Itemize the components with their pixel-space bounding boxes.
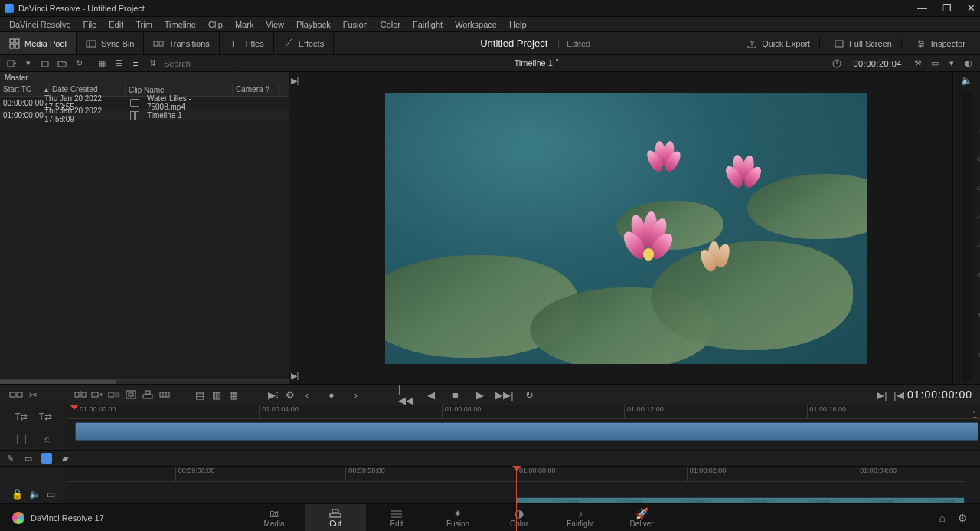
main-playhead[interactable] (516, 467, 518, 531)
prev-icon[interactable]: ‹ (299, 386, 315, 403)
panel-tab-titles[interactable]: T Titles (220, 32, 274, 54)
timeline-selector[interactable]: Timeline 1 ˅ (248, 58, 825, 68)
timeline-link-icon[interactable]: ⎌ (44, 434, 50, 444)
smooth-cut-icon[interactable]: ▦ (225, 386, 242, 403)
menu-workspace[interactable]: Workspace (449, 18, 503, 31)
sort-icon[interactable]: ⇅ (147, 58, 158, 69)
menu-trim[interactable]: Trim (129, 18, 158, 31)
overview-playhead[interactable] (74, 405, 75, 450)
panel-tab-transitions[interactable]: Transitions (144, 32, 219, 54)
loop-icon[interactable]: ↻ (521, 386, 537, 403)
boring-detector-icon[interactable] (8, 386, 24, 403)
menu-playback[interactable]: Playback (290, 18, 337, 31)
window-close-button[interactable]: ✕ (967, 2, 975, 14)
source-timecode[interactable]: 00:00:20:04 (848, 59, 906, 68)
smart-insert-icon[interactable] (72, 386, 89, 403)
overview-ruler[interactable]: 01:00:00:00 01:00:04:00 01:00:08:00 01:0… (67, 405, 980, 419)
bin-icon[interactable] (40, 58, 51, 69)
track-audio-icon[interactable]: 🔈 (29, 489, 41, 500)
flag-icon[interactable]: ▰ (60, 453, 70, 464)
page-tab-fairlight[interactable]: ♪ Fairlight (550, 504, 611, 531)
menu-help[interactable]: Help (503, 18, 533, 31)
menubar[interactable]: DaVinci Resolve File Edit Trim Timeline … (0, 17, 980, 32)
marker-icon[interactable]: ▭ (23, 453, 34, 464)
stop-icon[interactable]: ■ (447, 386, 464, 403)
go-start-icon[interactable]: |◀◀ (398, 386, 415, 403)
window-minimize-button[interactable]: — (917, 2, 927, 14)
cut-icon[interactable]: ▥ (208, 386, 225, 403)
menu-davinci[interactable]: DaVinci Resolve (3, 18, 77, 31)
timeline-lock-b-icon[interactable]: T⇄ (39, 411, 52, 422)
jump-next-edit-icon[interactable]: ▶| (289, 75, 300, 86)
overview-clip[interactable] (75, 422, 978, 441)
track-video-icon[interactable]: ▭ (47, 489, 55, 500)
window-maximize-button[interactable]: ❐ (942, 2, 952, 14)
source-overwrite-icon[interactable] (156, 386, 173, 403)
marker-dot-icon[interactable]: ● (323, 386, 340, 403)
place-on-top-icon[interactable] (139, 386, 156, 403)
home-icon[interactable]: ⌂ (939, 512, 946, 524)
menu-file[interactable]: File (77, 18, 103, 31)
search-input[interactable] (164, 59, 225, 68)
col-header-camera[interactable]: Camera # (233, 84, 279, 96)
dissolve-icon[interactable]: ▤ (191, 386, 208, 403)
quick-export-button[interactable]: Quick Export (737, 38, 820, 49)
menu-fusion[interactable]: Fusion (337, 18, 374, 31)
page-tab-cut[interactable]: Cut (305, 504, 366, 531)
sliders-icon[interactable]: ⚙ (282, 386, 299, 403)
close-up-icon[interactable] (122, 386, 139, 403)
panel-tab-effects[interactable]: Effects (274, 32, 334, 54)
page-tab-media[interactable]: 🖭 Media (243, 504, 305, 531)
tc-icon[interactable] (831, 58, 842, 69)
filter-icon[interactable]: ⋮ (231, 58, 242, 69)
tools-icon[interactable]: ⚒ (913, 58, 923, 69)
menu-view[interactable]: View (260, 18, 290, 31)
folder-icon[interactable] (57, 58, 67, 69)
chevron-down-icon[interactable]: ▾ (946, 58, 957, 69)
safe-area-icon[interactable]: ▭ (929, 58, 940, 69)
view-strip-icon[interactable]: ☰ (113, 58, 124, 69)
horizontal-scrollbar[interactable] (0, 379, 289, 384)
track-lock-icon[interactable]: 🔓 (11, 489, 23, 500)
append-icon[interactable] (89, 386, 106, 403)
menu-mark[interactable]: Mark (229, 18, 260, 31)
viewer-canvas[interactable] (385, 93, 867, 364)
viewer-timecode[interactable]: 01:00:00:00 (907, 388, 972, 401)
timeline-snap-icon[interactable]: ⎸⎸ (17, 434, 34, 444)
page-tab-color[interactable]: ◑ Color (488, 504, 550, 531)
page-tab-deliver[interactable]: 🚀 Deliver (611, 504, 672, 531)
ripple-overwrite-icon[interactable] (106, 386, 122, 403)
import-media-icon[interactable] (6, 58, 17, 69)
project-settings-icon[interactable]: ⚙ (958, 512, 968, 524)
split-clip-icon[interactable]: ✂ (24, 386, 41, 403)
page-tab-fusion[interactable]: ✦ Fusion (427, 504, 488, 531)
play-icon[interactable]: ▶ (472, 386, 488, 403)
panel-tab-syncbin[interactable]: Sync Bin (77, 32, 144, 54)
sync-icon[interactable]: ↻ (74, 58, 84, 69)
chevron-down-icon[interactable]: ▾ (23, 58, 34, 69)
menu-clip[interactable]: Clip (202, 18, 229, 31)
jump-end-icon[interactable]: ▶| (289, 370, 300, 381)
next-clip-icon[interactable]: ▶| (874, 386, 890, 403)
col-header-start-tc[interactable]: Start TC (0, 84, 41, 96)
panel-tab-mediapool[interactable]: Media Pool (0, 32, 77, 54)
bin-breadcrumb[interactable]: Master (0, 72, 289, 84)
menu-color[interactable]: Color (374, 18, 407, 31)
bypass-icon[interactable]: ◐ (963, 58, 974, 69)
audio-trim-icon[interactable]: ✎ (5, 453, 15, 464)
go-end-icon[interactable]: ▶▶| (496, 386, 513, 403)
full-screen-button[interactable]: Full Screen (825, 38, 902, 49)
timeline-lock-a-icon[interactable]: T⇄ (15, 411, 28, 422)
speaker-icon[interactable]: 🔈 (961, 75, 972, 86)
prev-clip-icon[interactable]: |◀ (890, 386, 907, 403)
view-list-icon[interactable]: ≡ (130, 58, 141, 69)
overview-track-area[interactable]: 01:00:00:00 01:00:04:00 01:00:08:00 01:0… (67, 405, 980, 450)
tools-control-icon[interactable]: ▶⁝ (265, 386, 282, 403)
media-row[interactable]: 01:00:00:00 Thu Jan 20 2022 17:58:09 Tim… (0, 109, 289, 121)
menu-edit[interactable]: Edit (103, 18, 129, 31)
play-reverse-icon[interactable]: ◀ (423, 386, 439, 403)
menu-timeline[interactable]: Timeline (158, 18, 202, 31)
menu-fairlight[interactable]: Fairlight (407, 18, 449, 31)
view-thumb-icon[interactable]: ▦ (96, 58, 107, 69)
marker-color-chip[interactable] (41, 453, 52, 464)
